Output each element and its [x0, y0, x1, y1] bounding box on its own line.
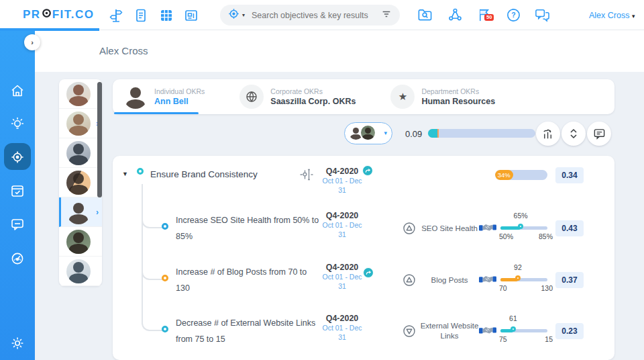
document-icon[interactable]: [133, 8, 148, 23]
sidebar-conversations-icon[interactable]: [10, 217, 25, 232]
period-dates: 31: [312, 281, 372, 291]
topbar-accent-bar: [0, 28, 99, 31]
globe-icon: [239, 85, 264, 109]
sidebar-tasks-icon[interactable]: [10, 183, 25, 198]
key-result-period: Q4-2020 Oct 01 - Dec 31: [312, 263, 372, 291]
sidebar-performance-icon[interactable]: [10, 251, 25, 266]
slider-thumb[interactable]: [518, 224, 523, 229]
rail-member-item-selected[interactable]: ›: [59, 197, 102, 227]
search-bar[interactable]: ▾: [220, 5, 400, 26]
objective-progress-fill: 34%: [495, 170, 513, 180]
handshake-icon[interactable]: [479, 324, 496, 339]
key-result-row: Decrease # of External Website Links fro…: [113, 306, 614, 357]
slider-min-label: 50%: [499, 232, 513, 240]
tab-title-label: Saaszilla Corp. OKRs: [270, 97, 356, 106]
slider-thumb[interactable]: [515, 275, 521, 281]
tab-department-okrs[interactable]: ★ Department OKRs Human Resources: [390, 85, 495, 109]
slider-value-label: 61: [509, 314, 517, 322]
user-menu-caret-icon: ▾: [632, 13, 635, 19]
handshake-icon[interactable]: [479, 273, 496, 287]
rail-member-item[interactable]: [59, 168, 102, 197]
alignment-signpost-icon[interactable]: [109, 8, 123, 23]
star-icon: ★: [390, 85, 415, 109]
period-dates: 31: [312, 185, 372, 195]
sidebar-okrs-icon[interactable]: [10, 150, 25, 165]
kpi-direction-down-icon: [402, 324, 416, 341]
overall-progress-bar: [428, 129, 535, 138]
chat-messages-icon[interactable]: [535, 7, 550, 23]
sidebar-insights-icon[interactable]: [10, 117, 25, 132]
tab-individual-okrs[interactable]: Individual OKRs Ann Bell: [123, 85, 205, 109]
grid-apps-icon[interactable]: [159, 8, 174, 23]
period-dates: 31: [312, 230, 372, 239]
search-filter-icon[interactable]: [381, 9, 392, 22]
page-title: Alex Cross: [99, 45, 148, 56]
logo-text-pre: PR: [23, 8, 41, 21]
tab-title-label: Human Resources: [421, 97, 495, 106]
period-dates: Oct 01 - Dec: [312, 220, 372, 230]
newspaper-icon[interactable]: [184, 8, 199, 23]
rail-member-item[interactable]: ›: [59, 109, 102, 138]
tab-member-avatar: [123, 85, 148, 109]
org-hierarchy-icon[interactable]: [447, 7, 463, 23]
period-quarter: Q4-2020: [312, 314, 372, 323]
period-dates: Oct 01 - Dec: [312, 176, 372, 185]
search-scope-target-icon[interactable]: [228, 8, 239, 22]
member-filter-dropdown[interactable]: ▾: [344, 122, 392, 144]
key-result-title[interactable]: Decrease # of External Website Links fro…: [176, 315, 321, 347]
key-result-title[interactable]: Increase SEO Site Health from 50% to 85%: [176, 212, 321, 244]
kpi-slider: 61 75 15: [500, 306, 547, 357]
rail-scrollbar[interactable]: [97, 82, 102, 197]
kpi-name: External Website Links: [416, 321, 483, 341]
expand-collapse-button[interactable]: [561, 122, 586, 146]
flag-notifications-icon[interactable]: 50: [477, 7, 492, 23]
tab-category-label: Department OKRs: [421, 87, 495, 95]
slider-max-label: 85%: [539, 232, 553, 240]
key-result-title[interactable]: Increase # of Blog Posts from 70 to 130: [176, 264, 321, 296]
progress-segment-teal: [428, 129, 437, 138]
user-name-label: Alex Cross: [589, 11, 629, 20]
slider-thumb[interactable]: [511, 326, 516, 332]
sidebar-collapse-button[interactable]: ›: [24, 34, 40, 50]
kpi-direction-up-icon: [402, 222, 416, 238]
key-result-bullet: [162, 326, 168, 332]
slider-max-label: 130: [541, 284, 553, 292]
logo-target-icon: [42, 8, 52, 21]
slider-value-label: 92: [514, 263, 522, 271]
handshake-icon[interactable]: [479, 222, 496, 236]
active-tab-underline: [114, 112, 199, 114]
tab-category-label: Corporate OKRs: [270, 87, 356, 95]
help-icon[interactable]: ?: [506, 7, 521, 23]
okr-level-tabs: Individual OKRs Ann Bell Corporate OKRs …: [113, 79, 614, 114]
objective-expand-caret-icon[interactable]: ▼: [122, 171, 128, 177]
rail-member-item[interactable]: [59, 79, 102, 109]
comments-button[interactable]: [587, 122, 611, 146]
objective-score-badge: 0.34: [555, 167, 584, 183]
objective-progress-label: 34%: [498, 171, 511, 179]
period-dates: 31: [312, 332, 372, 342]
tab-corporate-okrs[interactable]: Corporate OKRs Saaszilla Corp. OKRs: [239, 85, 356, 109]
rail-member-item[interactable]: [59, 138, 102, 168]
member-avatar: [360, 124, 376, 141]
profit-co-logo[interactable]: PR FIT.CO: [23, 8, 94, 21]
kpi-slider: 65% 50% 85%: [500, 203, 547, 254]
key-result-score-badge: 0.43: [555, 220, 584, 236]
search-input[interactable]: [250, 10, 381, 21]
rail-member-item[interactable]: [59, 227, 102, 257]
okr-tree-card: ▼ Ensure Brand Consistency Q4-2020 Oct 0…: [113, 156, 614, 360]
chart-view-button[interactable]: [536, 122, 560, 146]
chevron-right-icon: ›: [31, 38, 34, 46]
sidebar-home-icon[interactable]: [10, 83, 25, 98]
rail-member-item[interactable]: [59, 257, 102, 286]
folder-search-icon[interactable]: [417, 7, 433, 23]
search-scope-caret-icon[interactable]: ▾: [242, 12, 245, 18]
objective-title[interactable]: Ensure Brand Consistency: [150, 169, 258, 179]
kpi-direction-up-icon: [402, 273, 416, 289]
shared-badge-icon: [363, 267, 374, 278]
svg-text:?: ?: [511, 11, 515, 19]
user-menu[interactable]: Alex Cross ▾: [589, 11, 635, 20]
tree-elbow-line: [142, 315, 163, 331]
tree-elbow-line: [142, 212, 163, 228]
sidebar-settings-icon[interactable]: [10, 336, 25, 351]
key-result-row: Increase # of Blog Posts from 70 to 130 …: [113, 255, 614, 306]
